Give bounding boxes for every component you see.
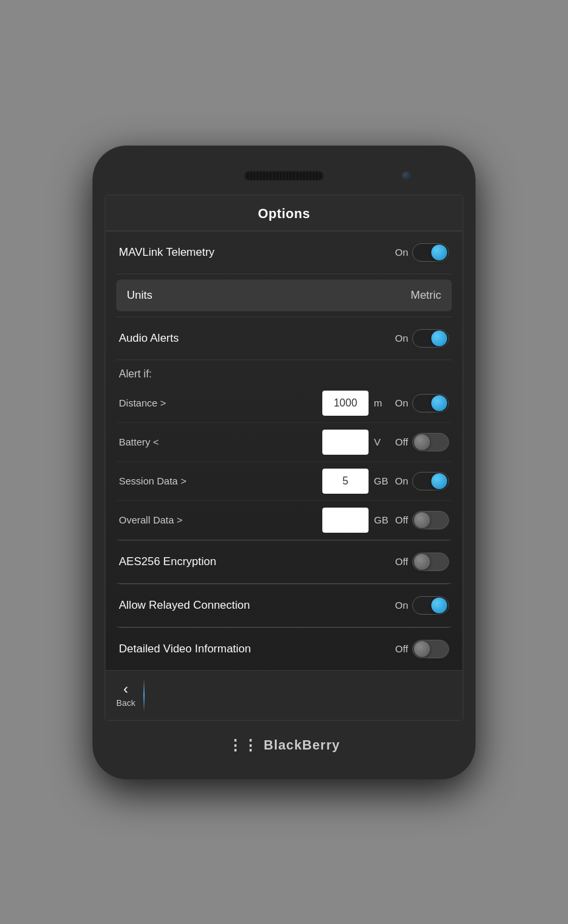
distance-right: m On xyxy=(322,391,449,416)
page-title: Options xyxy=(258,206,310,221)
mavlink-knob xyxy=(431,245,447,260)
overall-right: GB Off xyxy=(322,508,449,533)
overall-toggle[interactable]: Off xyxy=(395,511,449,529)
battery-knob xyxy=(414,434,430,450)
overall-input[interactable] xyxy=(322,508,369,533)
mavlink-toggle[interactable]: On xyxy=(395,243,449,262)
overall-row: Overall Data > GB Off xyxy=(116,501,452,540)
relay-switch[interactable] xyxy=(412,596,449,615)
distance-knob xyxy=(431,395,447,411)
overall-knob xyxy=(414,512,430,528)
speaker-grille xyxy=(244,171,324,180)
aes-label: AES256 Encryption xyxy=(119,555,216,568)
overall-state: Off xyxy=(395,514,408,525)
units-label: Units xyxy=(127,289,153,302)
session-label: Session Data > xyxy=(119,475,211,486)
session-switch[interactable] xyxy=(412,472,449,490)
camera-dot xyxy=(402,171,411,180)
detailed-label: Detailed Video Information xyxy=(119,642,251,656)
audio-alerts-row: Audio Alerts On xyxy=(116,317,452,360)
phone-top xyxy=(104,164,464,188)
battery-state: Off xyxy=(395,436,408,447)
battery-input[interactable] xyxy=(322,430,369,455)
detailed-state: Off xyxy=(395,643,408,654)
distance-toggle[interactable]: On xyxy=(395,394,449,412)
title-bar: Options xyxy=(106,196,462,231)
distance-label: Distance > xyxy=(119,397,211,408)
units-row-wrapper: Units Metric xyxy=(116,274,452,317)
back-label: Back xyxy=(116,698,135,708)
phone-device: Options MAVLink Telemetry On U xyxy=(92,145,476,779)
audio-alerts-toggle[interactable]: On xyxy=(395,329,449,348)
battery-right: V Off xyxy=(322,430,449,455)
units-row[interactable]: Units Metric xyxy=(116,280,452,311)
audio-alerts-switch[interactable] xyxy=(412,329,449,348)
battery-unit: V xyxy=(374,436,390,447)
aes-knob xyxy=(414,554,430,570)
detailed-row: Detailed Video Information Off xyxy=(116,628,452,670)
session-knob xyxy=(431,473,447,489)
distance-state: On xyxy=(395,397,408,408)
distance-unit: m xyxy=(374,397,390,408)
session-toggle[interactable]: On xyxy=(395,472,449,490)
nav-divider xyxy=(143,679,145,712)
phone-screen: Options MAVLink Telemetry On U xyxy=(104,194,464,721)
alert-if-label: Alert if: xyxy=(116,360,452,384)
units-value: Metric xyxy=(411,289,441,302)
battery-row: Battery < V Off xyxy=(116,423,452,462)
brand-name: BlackBerry xyxy=(264,738,340,753)
mavlink-state: On xyxy=(395,247,408,258)
relay-knob xyxy=(431,597,447,613)
audio-alerts-state: On xyxy=(395,332,408,344)
session-unit: GB xyxy=(374,475,390,486)
screen-content: Options MAVLink Telemetry On U xyxy=(106,196,462,720)
battery-label: Battery < xyxy=(119,436,211,447)
session-right: GB On xyxy=(322,469,449,494)
audio-alerts-knob xyxy=(431,330,447,346)
bottom-bar: ‹ Back xyxy=(106,670,462,720)
relay-label: Allow Relayed Connection xyxy=(119,599,250,612)
back-chevron-icon: ‹ xyxy=(124,682,128,697)
overall-label: Overall Data > xyxy=(119,514,211,525)
distance-input[interactable] xyxy=(322,391,369,416)
blackberry-logo: ⋮⋮ BlackBerry xyxy=(104,737,464,754)
aes-switch[interactable] xyxy=(412,553,449,571)
battery-toggle[interactable]: Off xyxy=(395,433,449,451)
aes-row: AES256 Encryption Off xyxy=(116,541,452,584)
audio-alerts-label: Audio Alerts xyxy=(119,332,179,345)
relay-toggle[interactable]: On xyxy=(395,596,449,615)
session-state: On xyxy=(395,475,408,486)
session-row: Session Data > GB On xyxy=(116,462,452,501)
bb-grid-icon: ⋮⋮ xyxy=(228,737,258,754)
battery-switch[interactable] xyxy=(412,433,449,451)
distance-row: Distance > m On xyxy=(116,384,452,423)
overall-switch[interactable] xyxy=(412,511,449,529)
mavlink-row: MAVLink Telemetry On xyxy=(116,231,452,274)
phone-bottom: ⋮⋮ BlackBerry xyxy=(104,730,464,758)
back-button[interactable]: ‹ Back xyxy=(116,682,135,708)
detailed-knob xyxy=(414,641,430,657)
aes-toggle[interactable]: Off xyxy=(395,553,449,571)
aes-state: Off xyxy=(395,556,408,567)
distance-switch[interactable] xyxy=(412,394,449,412)
relay-row: Allow Relayed Connection On xyxy=(116,584,452,627)
detailed-switch[interactable] xyxy=(412,640,449,658)
session-input[interactable] xyxy=(322,469,369,494)
detailed-toggle[interactable]: Off xyxy=(395,640,449,658)
settings-list: MAVLink Telemetry On Units Metric xyxy=(106,231,462,670)
relay-state: On xyxy=(395,599,408,611)
overall-unit: GB xyxy=(374,514,390,525)
mavlink-label: MAVLink Telemetry xyxy=(119,246,215,259)
mavlink-switch[interactable] xyxy=(412,243,449,262)
